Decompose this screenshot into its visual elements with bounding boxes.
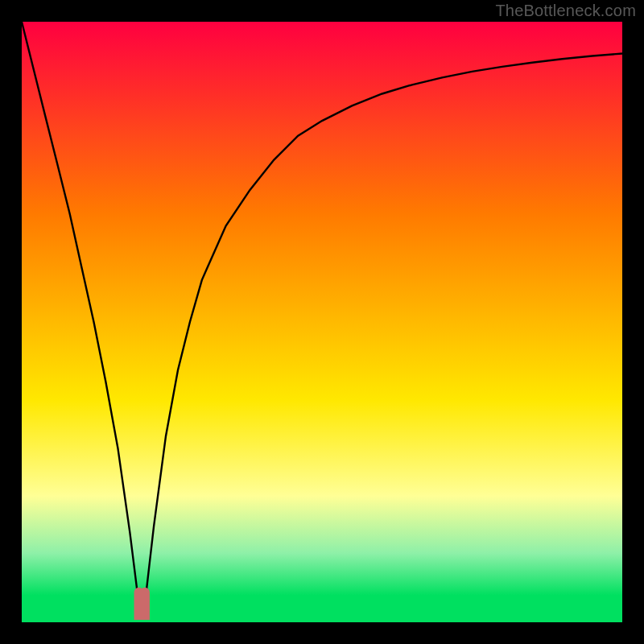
site-watermark: TheBottleneck.com bbox=[495, 2, 636, 20]
bottleneck-plot bbox=[0, 0, 644, 644]
chart-stage: TheBottleneck.com bbox=[0, 0, 644, 644]
curve-foot-icon bbox=[139, 592, 145, 615]
plot-background bbox=[22, 22, 622, 622]
